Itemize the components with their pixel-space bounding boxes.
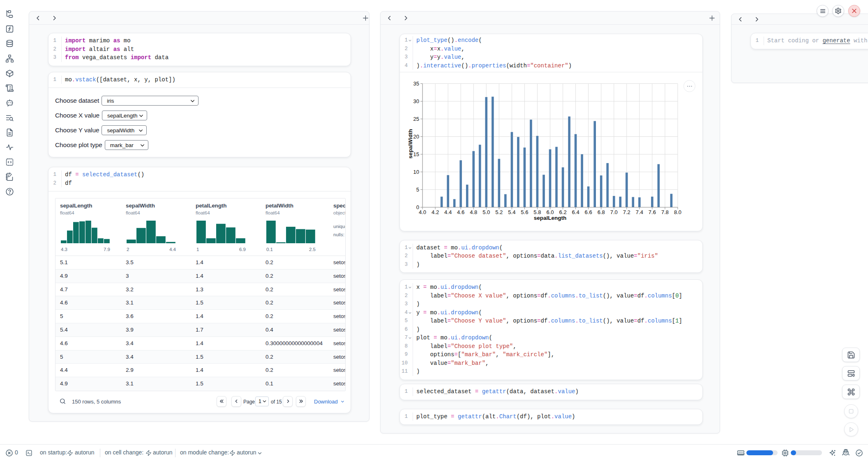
- svg-text:5.4: 5.4: [508, 209, 515, 215]
- svg-text:5.2: 5.2: [495, 209, 503, 215]
- svg-text:5.0: 5.0: [482, 209, 490, 215]
- svg-text:6.8: 6.8: [598, 209, 605, 215]
- svg-text:6.4: 6.4: [572, 209, 579, 215]
- svg-text:10: 10: [413, 169, 419, 175]
- svg-text:7.2: 7.2: [623, 209, 630, 215]
- svg-text:7.4: 7.4: [636, 209, 643, 215]
- svg-text:4.6: 4.6: [457, 209, 464, 215]
- svg-text:15: 15: [413, 151, 419, 157]
- svg-text:sepalLength: sepalLength: [534, 215, 567, 221]
- svg-text:8.0: 8.0: [674, 209, 681, 215]
- svg-text:25: 25: [413, 116, 419, 122]
- svg-text:4.8: 4.8: [470, 209, 477, 215]
- svg-text:4.0: 4.0: [419, 209, 426, 215]
- svg-text:20: 20: [413, 134, 419, 140]
- svg-text:7.8: 7.8: [661, 209, 669, 215]
- svg-text:5: 5: [416, 187, 419, 193]
- svg-text:7.0: 7.0: [610, 209, 618, 215]
- svg-text:30: 30: [413, 98, 419, 104]
- svg-text:35: 35: [413, 81, 419, 87]
- svg-text:5.6: 5.6: [521, 209, 528, 215]
- svg-text:4.2: 4.2: [432, 209, 439, 215]
- svg-text:7.6: 7.6: [649, 209, 656, 215]
- svg-text:4.4: 4.4: [444, 209, 452, 215]
- svg-text:sepalWidth: sepalWidth: [407, 129, 413, 159]
- svg-text:6.6: 6.6: [585, 209, 592, 215]
